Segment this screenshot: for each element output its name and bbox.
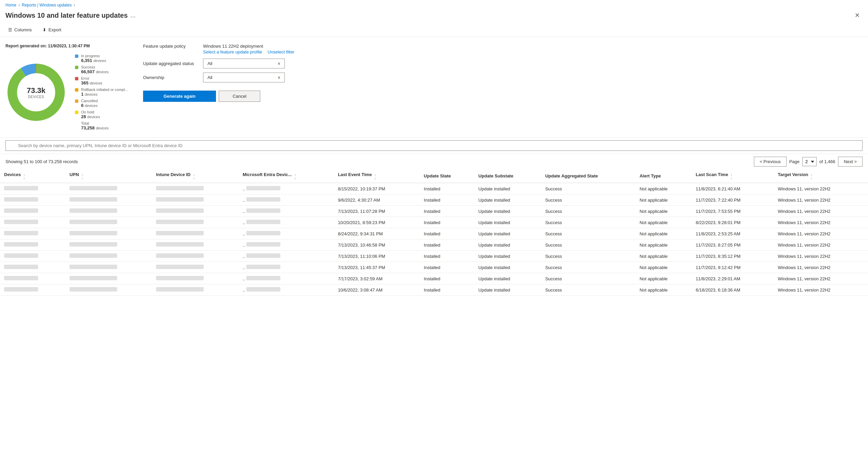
cell-target-version: Windows 11, version 22H2 xyxy=(774,206,868,217)
cell-entra-id: .. xyxy=(238,228,334,239)
cell-aggregated-state: Success xyxy=(541,262,635,273)
cell-aggregated-state: Success xyxy=(541,194,635,206)
record-count: Showing 51 to 100 of 73,258 records xyxy=(5,159,78,164)
cell-last-scan: 11/8/2023, 6:21:40 AM xyxy=(692,183,774,194)
table-row[interactable]: .. 10/20/2021, 8:59:23 PM Installed Upda… xyxy=(0,217,868,228)
columns-button[interactable]: ☰ Columns xyxy=(5,26,34,34)
table-row[interactable]: .. 7/17/2023, 3:02:59 AM Installed Updat… xyxy=(0,273,868,284)
table-row[interactable]: .. 7/13/2023, 11:10:06 PM Installed Upda… xyxy=(0,251,868,262)
table-row[interactable]: .. 7/13/2023, 11:07:28 PM Installed Upda… xyxy=(0,206,868,217)
legend-item-onhold: On hold 28 devices xyxy=(75,110,129,119)
cell-aggregated-state: Success xyxy=(541,251,635,262)
cell-device xyxy=(0,239,65,251)
generate-again-button[interactable]: Generate again xyxy=(143,91,216,102)
cell-update-substate: Update installed xyxy=(474,251,541,262)
toolbar: ☰ Columns ⬇ Export xyxy=(0,23,868,37)
cell-entra-id: .. xyxy=(238,284,334,296)
cell-update-substate: Update installed xyxy=(474,206,541,217)
filter-ownership-select[interactable]: All ∨ xyxy=(203,73,285,82)
cell-alert-type: Not applicable xyxy=(635,183,692,194)
search-input[interactable] xyxy=(5,140,863,151)
col-update-state[interactable]: Update State xyxy=(420,169,474,183)
select-profile-link[interactable]: Select a feature update profile xyxy=(203,49,262,54)
cell-entra-id: .. xyxy=(238,217,334,228)
cell-last-event: 7/13/2023, 11:07:28 PM xyxy=(334,206,420,217)
filter-ownership-value: All xyxy=(207,75,212,80)
cell-upn xyxy=(65,251,152,262)
cell-alert-type: Not applicable xyxy=(635,262,692,273)
legend-item-cancelled: Cancelled 6 devices xyxy=(75,99,129,108)
col-alert-type[interactable]: Alert Type xyxy=(635,169,692,183)
policy-row: Feature update policy Windows 11 22H2 de… xyxy=(143,44,334,54)
cell-aggregated-state: Success xyxy=(541,239,635,251)
cell-aggregated-state: Success xyxy=(541,228,635,239)
cell-intune-id xyxy=(152,228,238,239)
chevron-down-icon: ∨ xyxy=(278,61,280,66)
legend: In progress 6,351 devices Success 66,507… xyxy=(75,54,129,130)
next-button[interactable]: Next > xyxy=(838,157,863,167)
cell-upn xyxy=(65,183,152,194)
page-select[interactable]: 2 xyxy=(802,157,817,166)
col-devices[interactable]: Devices ↑↓ xyxy=(0,169,65,183)
cell-last-scan: 8/22/2023, 9:28:01 PM xyxy=(692,217,774,228)
close-button[interactable]: ✕ xyxy=(852,10,863,20)
cell-update-substate: Update installed xyxy=(474,273,541,284)
table-row[interactable]: .. 10/6/2022, 3:08:47 AM Installed Updat… xyxy=(0,284,868,296)
table-row[interactable]: .. 8/15/2022, 10:19:37 PM Installed Upda… xyxy=(0,183,868,194)
col-target-version[interactable]: Target Version ↑↓ xyxy=(774,169,868,183)
table-row[interactable]: .. 7/13/2023, 11:45:37 PM Installed Upda… xyxy=(0,262,868,273)
chart-area: 73.3k DEVICES In progress 6,351 devices … xyxy=(5,54,129,130)
legend-dot-cancelled xyxy=(75,99,78,103)
filter-aggregated-select[interactable]: All ∨ xyxy=(203,59,285,68)
cancel-button[interactable]: Cancel xyxy=(219,91,260,102)
breadcrumb-home[interactable]: Home xyxy=(5,3,16,7)
legend-item-inprogress: In progress 6,351 devices xyxy=(75,54,129,63)
cell-update-state: Installed xyxy=(420,262,474,273)
unselect-filter-link[interactable]: Unselect filter xyxy=(267,49,294,54)
cell-update-substate: Update installed xyxy=(474,194,541,206)
col-upn[interactable]: UPN ↑↓ xyxy=(65,169,152,183)
cell-intune-id xyxy=(152,239,238,251)
cell-last-event: 10/20/2021, 8:59:23 PM xyxy=(334,217,420,228)
policy-links: Select a feature update profile Unselect… xyxy=(203,49,294,54)
legend-count-error: 365 devices xyxy=(81,80,103,85)
cell-target-version: Windows 11, version 22H2 xyxy=(774,228,868,239)
cell-device xyxy=(0,228,65,239)
cell-update-state: Installed xyxy=(420,284,474,296)
cell-upn xyxy=(65,239,152,251)
legend-dot-inprogress xyxy=(75,54,78,58)
table-row[interactable]: .. 9/6/2022, 4:30:27 AM Installed Update… xyxy=(0,194,868,206)
cell-device xyxy=(0,284,65,296)
previous-button[interactable]: < Previous xyxy=(754,157,787,167)
cell-update-substate: Update installed xyxy=(474,239,541,251)
filter-aggregated-row: Update aggregated status All ∨ xyxy=(143,59,334,68)
col-last-scan[interactable]: Last Scan Time ↑↓ xyxy=(692,169,774,183)
col-aggregated-state[interactable]: Update Aggregated State xyxy=(541,169,635,183)
legend-name-inprogress: In progress xyxy=(81,54,106,58)
breadcrumb-reports[interactable]: Reports | Windows updates xyxy=(22,3,72,7)
cell-aggregated-state: Success xyxy=(541,183,635,194)
legend-name-error: Error xyxy=(81,76,103,80)
col-update-substate[interactable]: Update Substate xyxy=(474,169,541,183)
legend-dot-onhold xyxy=(75,111,78,114)
col-entra-id[interactable]: Microsoft Entra Devic... ↑↓ xyxy=(238,169,334,183)
table-row[interactable]: .. 7/13/2023, 10:46:58 PM Installed Upda… xyxy=(0,239,868,251)
data-table-container: Devices ↑↓ UPN ↑↓ Intune Device ID ↑↓ Mi… xyxy=(0,169,868,296)
cell-update-state: Installed xyxy=(420,206,474,217)
cell-entra-id: .. xyxy=(238,251,334,262)
cell-device xyxy=(0,217,65,228)
more-options-icon[interactable]: ... xyxy=(130,12,136,19)
cell-entra-id: .. xyxy=(238,183,334,194)
cell-intune-id xyxy=(152,206,238,217)
cell-device xyxy=(0,194,65,206)
cell-intune-id xyxy=(152,217,238,228)
export-button[interactable]: ⬇ Export xyxy=(40,26,64,34)
cell-last-scan: 11/7/2023, 7:22:40 PM xyxy=(692,194,774,206)
col-last-event[interactable]: Last Event Time ↑↓ xyxy=(334,169,420,183)
page-title: Windows 10 and later feature updates xyxy=(5,12,128,19)
cell-entra-id: .. xyxy=(238,206,334,217)
cell-update-substate: Update installed xyxy=(474,284,541,296)
table-row[interactable]: .. 8/24/2022, 9:34:31 PM Installed Updat… xyxy=(0,228,868,239)
col-intune-id[interactable]: Intune Device ID ↑↓ xyxy=(152,169,238,183)
cell-entra-id: .. xyxy=(238,273,334,284)
